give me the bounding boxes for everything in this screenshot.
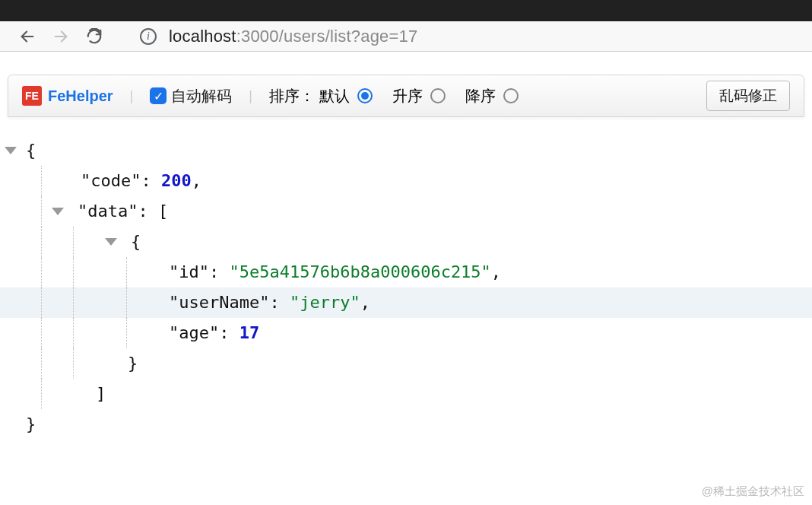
sort-asc-label[interactable]: 升序 xyxy=(392,86,423,106)
json-line[interactable]: } xyxy=(0,409,812,440)
browser-toolbar: i localhost:3000/users/list?age=17 xyxy=(0,0,812,52)
json-line[interactable]: ] xyxy=(0,379,812,409)
sort-desc-radio[interactable] xyxy=(503,88,519,103)
auto-decode-label[interactable]: 自动解码 xyxy=(171,86,232,106)
site-info-icon[interactable]: i xyxy=(140,28,157,45)
fehelper-name: FeHelper xyxy=(48,87,113,105)
json-line[interactable]: } xyxy=(0,348,812,379)
json-viewer: { "code": 200, "data": [ { "id": "5e5a41… xyxy=(0,117,812,440)
json-line[interactable]: "data": [ xyxy=(0,196,812,227)
collapse-toggle-icon[interactable] xyxy=(5,147,17,154)
sort-group: 排序： 默认 升序 降序 xyxy=(269,86,522,106)
fix-encoding-button[interactable]: 乱码修正 xyxy=(706,81,790,111)
address-bar[interactable]: i localhost:3000/users/list?age=17 xyxy=(129,21,801,52)
reload-button[interactable] xyxy=(78,21,111,52)
url-text: localhost:3000/users/list?age=17 xyxy=(169,27,417,46)
json-line-highlighted[interactable]: "userName": "jerry", xyxy=(0,287,812,318)
fehelper-toolbar: FE FeHelper | ✓ 自动解码 | 排序： 默认 升序 降序 乱码修正 xyxy=(8,75,804,117)
sort-desc-label[interactable]: 降序 xyxy=(465,86,496,106)
json-line[interactable]: "id": "5e5a41576b6b8a000606c215", xyxy=(0,257,812,287)
json-line[interactable]: "code": 200, xyxy=(0,166,812,196)
watermark: @稀土掘金技术社区 xyxy=(702,484,804,499)
sort-default-label[interactable]: 默认 xyxy=(319,86,350,106)
sort-asc-radio[interactable] xyxy=(430,88,446,103)
back-button[interactable] xyxy=(11,21,44,52)
json-line[interactable]: "age": 17 xyxy=(0,318,812,348)
separator: | xyxy=(249,88,252,104)
sort-default-radio[interactable] xyxy=(357,88,373,103)
collapse-toggle-icon[interactable] xyxy=(52,208,64,215)
json-line[interactable]: { xyxy=(0,135,812,166)
auto-decode-checkbox[interactable]: ✓ xyxy=(150,87,167,104)
sort-label: 排序： xyxy=(269,86,315,106)
collapse-toggle-icon[interactable] xyxy=(105,238,117,246)
separator: | xyxy=(130,88,134,104)
fehelper-logo: FE xyxy=(22,86,42,106)
json-line[interactable]: { xyxy=(0,227,812,257)
forward-button[interactable] xyxy=(44,21,78,52)
